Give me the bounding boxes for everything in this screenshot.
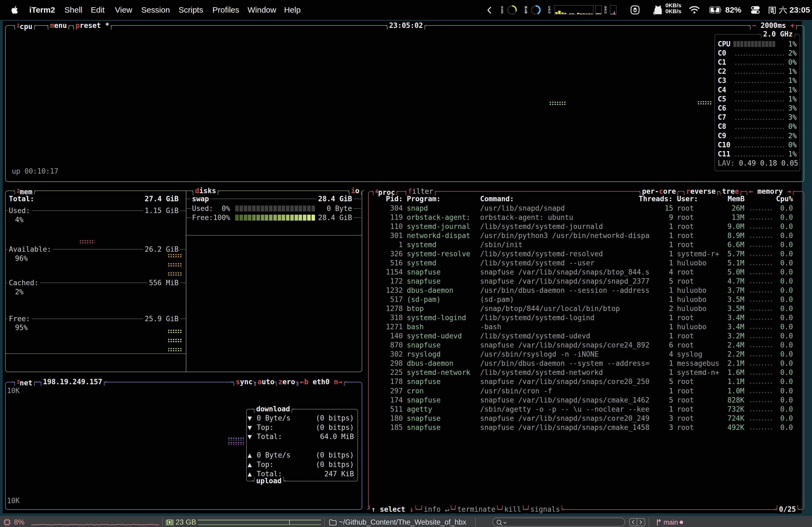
process-row[interactable]: 185snapfusesnapfuse /var/lib/snapd/snaps… xyxy=(386,423,793,432)
process-row[interactable]: 301networkd-dispat/usr/bin/python3 /usr/… xyxy=(386,231,793,240)
core-graph-dots xyxy=(735,122,785,131)
process-row[interactable]: 1154snapfusesnapfuse /var/lib/snapd/snap… xyxy=(386,268,793,277)
disk-used-meter xyxy=(235,206,316,211)
core-percent: 1% xyxy=(788,76,797,85)
mem-bottom-divider xyxy=(6,353,186,354)
disks-io-divider xyxy=(186,235,362,236)
menu-button[interactable]: menu xyxy=(45,21,71,30)
process-row[interactable]: 174snapfusesnapfuse /var/lib/snapd/snaps… xyxy=(386,395,793,405)
disks-box-title[interactable]: disks xyxy=(190,186,221,195)
net-interface-switcher[interactable]: ←b eth0 n→ xyxy=(295,377,347,387)
cpu-core-row: C8 0% xyxy=(718,122,797,131)
mem-free-graph-dots xyxy=(168,347,183,352)
iterm2-terminal-window: 1cpu menu preset * 23:05:02 − 2000ms + 2… xyxy=(0,0,812,527)
proc-footer-info[interactable]: info ↵ xyxy=(419,505,454,514)
cpu-core-row: C5 1% xyxy=(718,94,797,104)
interval-plus-button[interactable]: + xyxy=(790,21,795,30)
process-row[interactable]: 304snapd/usr/lib/snapd/snapd15root26M0.0 xyxy=(386,204,793,213)
disk-used-pct: 0% xyxy=(221,204,230,213)
net-stat-value: (0 bitps) xyxy=(316,423,354,432)
mem-stat-value: 26.2 GiB xyxy=(143,245,180,254)
mem-stat-label: Available: xyxy=(7,245,53,254)
cpu-core-row: C1 0% xyxy=(718,58,797,67)
core-name: C4 xyxy=(718,85,733,94)
process-row[interactable]: 225systemd-network/lib/systemd/systemd-n… xyxy=(386,368,793,377)
cpu-frequency: 2.0 GHz xyxy=(758,30,797,39)
net-stat-direction-icon: ▲ xyxy=(248,469,257,479)
mem-stat-value: 1.15 GiB xyxy=(143,206,180,215)
process-row[interactable]: 1278btop/snap/btop/844/usr/local/bin/bto… xyxy=(386,304,793,313)
net-stat-value: (0 bitps) xyxy=(316,451,354,460)
cpu-graph-dots xyxy=(697,101,712,105)
mem-stat-label: Used: xyxy=(7,206,32,215)
tick xyxy=(354,208,361,209)
core-graph-dots xyxy=(735,94,785,104)
io-mode-button[interactable]: io xyxy=(346,186,364,195)
process-row[interactable]: 178snapfusesnapfuse /var/lib/snapd/snaps… xyxy=(386,377,793,386)
sort-prev-arrow[interactable]: ← xyxy=(749,187,753,195)
mem-stat-row: 96% xyxy=(5,254,186,263)
mem-free-graph-dots xyxy=(168,329,183,333)
net-download-graph-dots xyxy=(228,437,244,440)
process-row[interactable]: 1systemd/sbin/init1root6.6M0.0 xyxy=(386,240,793,249)
core-name: C0 xyxy=(718,48,733,58)
process-row[interactable]: 511agetty/sbin/agetty -o -p -- \u --nocl… xyxy=(386,405,793,414)
process-row[interactable]: 298dbus-daemon/usr/bin/dbus-daemon --sys… xyxy=(386,359,793,368)
net-stat-label: Top: xyxy=(257,460,316,469)
net-ip-address: 198.19.249.157 xyxy=(39,377,107,387)
mem-free-graph-dots xyxy=(168,338,183,343)
core-percent: 1% xyxy=(788,149,797,159)
net-stat-direction-icon: ▲ xyxy=(248,460,257,469)
disk-free-pct: 100% xyxy=(213,213,230,222)
core-graph-dots xyxy=(735,131,785,140)
tick xyxy=(354,217,361,218)
net-stat-row: ▲0 Byte/s(0 bitps) xyxy=(248,451,354,460)
mem-stat-value: 556 MiB xyxy=(147,278,180,287)
process-row[interactable]: 1232dbus-daemon/usr/bin/dbus-daemon --se… xyxy=(386,286,793,295)
process-row[interactable]: 119orbstack-agent:orbstack-agent: ubuntu… xyxy=(386,213,793,222)
process-row[interactable]: 302rsyslogd/usr/sbin/rsyslogd -n -iNONE4… xyxy=(386,350,793,359)
download-title: download xyxy=(251,404,294,413)
disk-swap-row: swap xyxy=(190,194,211,204)
core-percent: 1% xyxy=(788,85,797,94)
update-interval-control[interactable]: − 2000ms + xyxy=(748,21,799,30)
preset-button[interactable]: preset * xyxy=(71,21,114,30)
net-stat-label: Total: xyxy=(257,469,324,479)
interval-minus-button[interactable]: − xyxy=(752,21,756,30)
mem-stat-label: 4% xyxy=(15,215,24,224)
core-name: C1 xyxy=(718,58,733,67)
disk-free-meter xyxy=(235,215,316,221)
clock-readout: 23:05:02 xyxy=(385,21,427,30)
process-row[interactable]: 517(sd-pam)(sd-pam)1huluobo3.5M0.0 xyxy=(386,295,793,304)
mem-used-graph-dots xyxy=(79,240,95,243)
mem-available-graph-dots xyxy=(168,272,182,276)
net-stat-direction-icon: ▼ xyxy=(248,423,257,432)
mem-available-graph-dots xyxy=(168,263,182,267)
core-percent: 0% xyxy=(788,122,797,131)
core-name: C8 xyxy=(718,122,733,131)
proc-footer-select[interactable]: ↑ select ↓ xyxy=(367,505,418,514)
cpu-box xyxy=(5,25,804,182)
mem-stat-value: 25.9 GiB xyxy=(143,314,180,323)
process-row[interactable]: 180snapfusesnapfuse /var/lib/snapd/snaps… xyxy=(386,414,793,423)
process-row[interactable]: 140systemd-udevd/lib/systemd/systemd-ude… xyxy=(386,331,793,341)
core-graph-dots xyxy=(735,67,785,76)
process-row[interactable]: 318systemd-logind/lib/systemd/systemd-lo… xyxy=(386,313,793,322)
cpu-core-row: C7 3% xyxy=(718,113,797,122)
cpu-core-row: C11 1% xyxy=(718,149,797,159)
net-stat-row: ▼0 Byte/s(0 bitps) xyxy=(248,413,354,423)
process-row[interactable]: 870snapfusesnapfuse /var/lib/snapd/snaps… xyxy=(386,341,793,350)
proc-footer-kill[interactable]: kill xyxy=(500,505,526,514)
process-row[interactable]: 172snapfusesnapfuse /var/lib/snapd/snaps… xyxy=(386,277,793,286)
process-row[interactable]: 1271bash-bash1huluobo3.4M0.0 xyxy=(386,322,793,331)
process-row[interactable]: 326systemd-resolve/lib/systemd/systemd-r… xyxy=(386,249,793,258)
net-stat-row: ▲Total:247 KiB xyxy=(248,469,354,479)
proc-footer-signals[interactable]: signals xyxy=(526,505,564,514)
process-row[interactable]: 516systemd/lib/systemd/systemd --user1hu… xyxy=(386,258,793,268)
process-row[interactable]: 110systemd-journal/lib/systemd/systemd-j… xyxy=(386,222,793,231)
cpu-graph-dots xyxy=(549,101,566,105)
cpu-core-row: C9 2% xyxy=(718,131,797,140)
net-stat-row: ▼Top:(0 bitps) xyxy=(248,423,354,432)
proc-footer-terminate[interactable]: terminate xyxy=(453,505,500,514)
process-row[interactable]: 297cron/usr/sbin/cron -f1root1.0M0.0 xyxy=(386,387,793,395)
